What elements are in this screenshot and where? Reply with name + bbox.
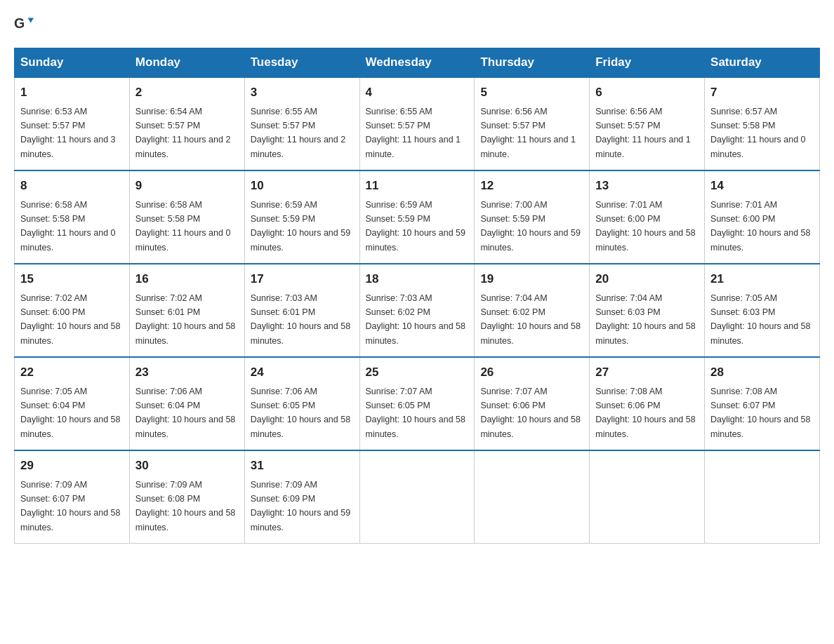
- table-cell: [705, 450, 820, 544]
- page-header: G: [14, 14, 820, 34]
- table-cell: 9Sunrise: 6:58 AMSunset: 5:58 PMDaylight…: [129, 170, 244, 264]
- calendar-table: SundayMondayTuesdayWednesdayThursdayFrid…: [14, 48, 820, 544]
- table-cell: 2Sunrise: 6:54 AMSunset: 5:57 PMDaylight…: [129, 77, 244, 170]
- table-cell: 31Sunrise: 7:09 AMSunset: 6:09 PMDayligh…: [244, 450, 359, 544]
- day-info: Sunrise: 6:58 AMSunset: 5:58 PMDaylight:…: [135, 200, 231, 253]
- header-tuesday: Tuesday: [244, 48, 359, 78]
- day-number: 4: [366, 83, 469, 102]
- table-cell: 15Sunrise: 7:02 AMSunset: 6:00 PMDayligh…: [15, 264, 130, 357]
- day-info: Sunrise: 7:03 AMSunset: 6:02 PMDaylight:…: [366, 293, 465, 346]
- day-number: 24: [251, 363, 354, 382]
- header-friday: Friday: [590, 48, 705, 78]
- day-info: Sunrise: 6:55 AMSunset: 5:57 PMDaylight:…: [366, 107, 461, 159]
- table-cell: 7Sunrise: 6:57 AMSunset: 5:58 PMDaylight…: [705, 77, 820, 170]
- table-cell: 27Sunrise: 7:08 AMSunset: 6:06 PMDayligh…: [590, 357, 705, 450]
- day-info: Sunrise: 7:00 AMSunset: 5:59 PMDaylight:…: [480, 200, 580, 253]
- table-cell: 12Sunrise: 7:00 AMSunset: 5:59 PMDayligh…: [475, 170, 590, 264]
- day-number: 23: [135, 363, 239, 382]
- day-info: Sunrise: 6:57 AMSunset: 5:58 PMDaylight:…: [710, 107, 806, 159]
- day-number: 19: [480, 270, 583, 288]
- table-cell: 28Sunrise: 7:08 AMSunset: 6:07 PMDayligh…: [705, 357, 820, 450]
- table-cell: 18Sunrise: 7:03 AMSunset: 6:02 PMDayligh…: [359, 264, 475, 357]
- header-monday: Monday: [129, 48, 244, 78]
- day-info: Sunrise: 7:07 AMSunset: 6:06 PMDaylight:…: [480, 387, 580, 439]
- day-number: 25: [366, 363, 469, 382]
- svg-marker-1: [28, 18, 34, 23]
- day-number: 6: [595, 83, 699, 102]
- day-number: 7: [710, 83, 814, 102]
- day-info: Sunrise: 7:09 AMSunset: 6:07 PMDaylight:…: [20, 480, 120, 532]
- day-info: Sunrise: 7:05 AMSunset: 6:04 PMDaylight:…: [20, 387, 120, 439]
- day-info: Sunrise: 7:04 AMSunset: 6:02 PMDaylight:…: [480, 293, 580, 346]
- day-number: 15: [20, 270, 124, 288]
- day-number: 13: [595, 177, 699, 195]
- day-number: 28: [710, 363, 814, 382]
- calendar-header-row: SundayMondayTuesdayWednesdayThursdayFrid…: [15, 48, 820, 78]
- table-cell: 25Sunrise: 7:07 AMSunset: 6:05 PMDayligh…: [359, 357, 475, 450]
- day-number: 11: [366, 177, 469, 195]
- table-cell: 24Sunrise: 7:06 AMSunset: 6:05 PMDayligh…: [244, 357, 359, 450]
- day-info: Sunrise: 6:59 AMSunset: 5:59 PMDaylight:…: [251, 200, 350, 253]
- day-number: 22: [20, 363, 124, 382]
- day-info: Sunrise: 7:01 AMSunset: 6:00 PMDaylight:…: [710, 200, 810, 253]
- day-info: Sunrise: 6:59 AMSunset: 5:59 PMDaylight:…: [366, 200, 465, 253]
- logo-icon: G: [14, 14, 34, 34]
- day-info: Sunrise: 7:09 AMSunset: 6:09 PMDaylight:…: [251, 480, 350, 532]
- week-row-1: 1Sunrise: 6:53 AMSunset: 5:57 PMDaylight…: [15, 77, 820, 170]
- table-cell: 21Sunrise: 7:05 AMSunset: 6:03 PMDayligh…: [705, 264, 820, 357]
- header-wednesday: Wednesday: [359, 48, 475, 78]
- day-info: Sunrise: 6:56 AMSunset: 5:57 PMDaylight:…: [480, 107, 576, 159]
- table-cell: 23Sunrise: 7:06 AMSunset: 6:04 PMDayligh…: [129, 357, 244, 450]
- day-info: Sunrise: 7:06 AMSunset: 6:05 PMDaylight:…: [251, 387, 350, 439]
- day-info: Sunrise: 6:56 AMSunset: 5:57 PMDaylight:…: [595, 107, 691, 159]
- week-row-3: 15Sunrise: 7:02 AMSunset: 6:00 PMDayligh…: [15, 264, 820, 357]
- table-cell: 26Sunrise: 7:07 AMSunset: 6:06 PMDayligh…: [475, 357, 590, 450]
- day-number: 31: [251, 457, 354, 475]
- day-info: Sunrise: 7:09 AMSunset: 6:08 PMDaylight:…: [135, 480, 235, 532]
- day-info: Sunrise: 6:53 AMSunset: 5:57 PMDaylight:…: [20, 107, 116, 159]
- table-cell: [359, 450, 475, 544]
- svg-text:G: G: [14, 15, 25, 31]
- logo: G: [14, 14, 38, 34]
- table-cell: 3Sunrise: 6:55 AMSunset: 5:57 PMDaylight…: [244, 77, 359, 170]
- table-cell: 1Sunrise: 6:53 AMSunset: 5:57 PMDaylight…: [15, 77, 130, 170]
- table-cell: 22Sunrise: 7:05 AMSunset: 6:04 PMDayligh…: [15, 357, 130, 450]
- day-number: 8: [20, 177, 124, 195]
- table-cell: 14Sunrise: 7:01 AMSunset: 6:00 PMDayligh…: [705, 170, 820, 264]
- table-cell: [590, 450, 705, 544]
- day-number: 21: [710, 270, 814, 288]
- week-row-2: 8Sunrise: 6:58 AMSunset: 5:58 PMDaylight…: [15, 170, 820, 264]
- day-number: 29: [20, 457, 124, 475]
- day-number: 3: [251, 83, 354, 102]
- table-cell: 5Sunrise: 6:56 AMSunset: 5:57 PMDaylight…: [475, 77, 590, 170]
- table-cell: 6Sunrise: 6:56 AMSunset: 5:57 PMDaylight…: [590, 77, 705, 170]
- table-cell: 13Sunrise: 7:01 AMSunset: 6:00 PMDayligh…: [590, 170, 705, 264]
- day-number: 9: [135, 177, 239, 195]
- day-number: 2: [135, 83, 239, 102]
- day-number: 30: [135, 457, 239, 475]
- header-saturday: Saturday: [705, 48, 820, 78]
- day-info: Sunrise: 6:58 AMSunset: 5:58 PMDaylight:…: [20, 200, 116, 253]
- day-info: Sunrise: 7:08 AMSunset: 6:06 PMDaylight:…: [595, 387, 695, 439]
- day-number: 14: [710, 177, 814, 195]
- table-cell: [475, 450, 590, 544]
- header-sunday: Sunday: [15, 48, 130, 78]
- week-row-4: 22Sunrise: 7:05 AMSunset: 6:04 PMDayligh…: [15, 357, 820, 450]
- table-cell: 19Sunrise: 7:04 AMSunset: 6:02 PMDayligh…: [475, 264, 590, 357]
- day-info: Sunrise: 7:02 AMSunset: 6:01 PMDaylight:…: [135, 293, 235, 346]
- day-number: 16: [135, 270, 239, 288]
- day-info: Sunrise: 6:54 AMSunset: 5:57 PMDaylight:…: [135, 107, 231, 159]
- day-number: 12: [480, 177, 583, 195]
- day-info: Sunrise: 6:55 AMSunset: 5:57 PMDaylight:…: [251, 107, 346, 159]
- day-info: Sunrise: 7:07 AMSunset: 6:05 PMDaylight:…: [366, 387, 465, 439]
- day-info: Sunrise: 7:04 AMSunset: 6:03 PMDaylight:…: [595, 293, 695, 346]
- table-cell: 16Sunrise: 7:02 AMSunset: 6:01 PMDayligh…: [129, 264, 244, 357]
- day-info: Sunrise: 7:01 AMSunset: 6:00 PMDaylight:…: [595, 200, 695, 253]
- header-thursday: Thursday: [475, 48, 590, 78]
- table-cell: 30Sunrise: 7:09 AMSunset: 6:08 PMDayligh…: [129, 450, 244, 544]
- day-info: Sunrise: 7:06 AMSunset: 6:04 PMDaylight:…: [135, 387, 235, 439]
- day-number: 1: [20, 83, 124, 102]
- day-info: Sunrise: 7:02 AMSunset: 6:00 PMDaylight:…: [20, 293, 120, 346]
- day-number: 26: [480, 363, 583, 382]
- table-cell: 4Sunrise: 6:55 AMSunset: 5:57 PMDaylight…: [359, 77, 475, 170]
